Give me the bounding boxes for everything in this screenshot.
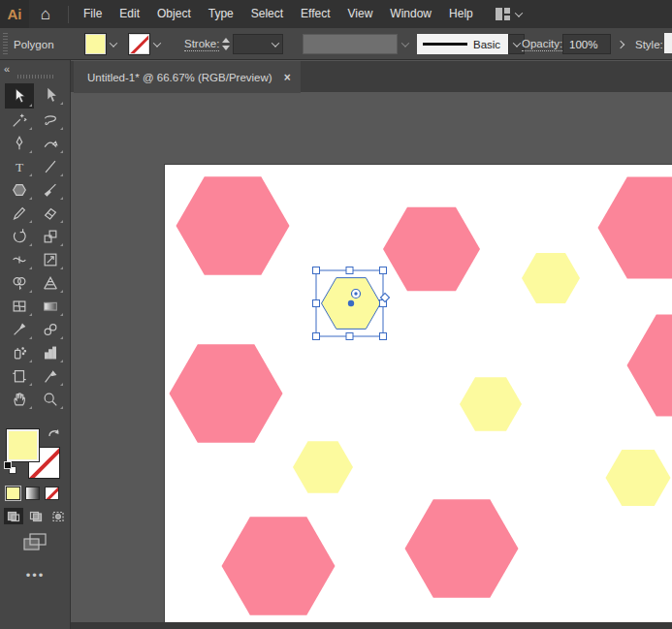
opacity-label[interactable]: Opacity: — [522, 38, 562, 51]
toolbar: « T — [0, 60, 71, 629]
opacity-expand-button[interactable] — [618, 28, 624, 60]
hexagon-shape[interactable] — [598, 177, 672, 279]
tool-free-transform[interactable] — [36, 248, 65, 271]
app-logo-icon[interactable]: Ai — [0, 0, 29, 28]
tool-curvature[interactable] — [36, 132, 65, 155]
selection-center-point[interactable] — [348, 300, 354, 306]
stroke-dropdown-button[interactable] — [149, 34, 165, 54]
selection-handle[interactable] — [313, 333, 320, 340]
hexagon-shape[interactable] — [606, 450, 671, 506]
tool-gradient[interactable] — [36, 295, 65, 318]
tool-perspective-grid[interactable] — [36, 271, 65, 295]
tool-column-graph[interactable] — [36, 341, 65, 364]
toolbar-grip[interactable] — [17, 75, 54, 79]
hexagon-shape[interactable] — [293, 441, 353, 493]
tool-paintbrush[interactable] — [36, 178, 65, 202]
menu-select[interactable]: Select — [242, 0, 292, 28]
canvas-viewport[interactable] — [71, 92, 672, 629]
tool-polygon-shape[interactable] — [5, 178, 34, 202]
tool-blend[interactable] — [36, 318, 65, 341]
tool-zoom[interactable] — [36, 388, 65, 411]
stroke-weight-combo[interactable] — [233, 34, 283, 54]
none-button[interactable] — [45, 487, 59, 500]
tool-shaper[interactable] — [5, 202, 34, 225]
menu-edit[interactable]: Edit — [111, 0, 148, 28]
hexagon-shape[interactable] — [383, 207, 480, 292]
hexagon-shape[interactable] — [176, 176, 290, 274]
tool-pen[interactable] — [5, 132, 34, 155]
tool-eraser[interactable] — [36, 202, 65, 225]
tool-line-segment[interactable] — [36, 155, 65, 178]
stroke-label[interactable]: Stroke: — [184, 38, 219, 51]
tool-rotate[interactable] — [5, 225, 34, 248]
stroke-color-control[interactable] — [129, 28, 165, 60]
tool-symbol-sprayer[interactable] — [5, 341, 34, 364]
step-down-icon[interactable] — [222, 46, 230, 50]
menu-type[interactable]: Type — [200, 0, 242, 28]
stroke-weight-stepper[interactable] — [222, 38, 230, 50]
default-colors-icon[interactable] — [4, 461, 16, 474]
tool-scale[interactable] — [36, 225, 65, 248]
artboard-svg[interactable] — [165, 165, 672, 622]
options-bar-grip[interactable] — [3, 33, 8, 55]
gradient-button[interactable] — [25, 487, 40, 500]
hexagon-shape[interactable] — [627, 315, 672, 417]
selection-handle[interactable] — [313, 300, 320, 307]
selection-handle[interactable] — [313, 267, 320, 274]
tool-hand[interactable] — [5, 388, 34, 411]
toolbar-collapse-button[interactable]: « — [4, 63, 9, 75]
tool-mesh[interactable] — [5, 295, 34, 318]
workspace-switcher[interactable] — [496, 8, 522, 20]
fill-dropdown-button[interactable] — [106, 34, 121, 54]
menu-window[interactable]: Window — [381, 0, 440, 28]
draw-normal-button[interactable] — [4, 508, 23, 524]
width-profile-combo[interactable]: Basic — [417, 34, 508, 54]
tool-magic-wand[interactable] — [5, 109, 34, 132]
style-dropdown-stub[interactable] — [664, 33, 672, 53]
menu-effect[interactable]: Effect — [292, 0, 338, 28]
menu-object[interactable]: Object — [148, 0, 200, 28]
tool-direct-selection[interactable] — [36, 83, 65, 107]
tool-selection[interactable] — [5, 83, 34, 109]
fill-color-swatch[interactable] — [85, 34, 106, 54]
tool-artboard[interactable] — [5, 364, 34, 388]
hexagon-shape[interactable] — [222, 517, 336, 614]
tool-eyedropper[interactable] — [5, 318, 34, 341]
menu-help[interactable]: Help — [440, 0, 482, 28]
tool-shape-builder[interactable] — [5, 271, 34, 295]
brush-dropdown-button[interactable] — [398, 34, 413, 54]
fill-color-control[interactable] — [85, 28, 121, 60]
tool-width[interactable] — [5, 248, 34, 271]
color-button[interactable] — [6, 487, 20, 500]
brush-preview-box[interactable] — [303, 34, 398, 54]
opacity-input[interactable]: 100% — [562, 34, 611, 54]
home-icon[interactable]: ⌂ — [29, 0, 62, 28]
selection-handle[interactable] — [380, 333, 387, 340]
hexagon-shape[interactable] — [522, 253, 580, 303]
draw-inside-button[interactable] — [48, 508, 68, 524]
close-icon[interactable]: × — [284, 71, 291, 84]
fill-color-indicator[interactable] — [7, 429, 39, 461]
tool-lasso[interactable] — [36, 109, 65, 132]
document-tab[interactable]: Untitled-1* @ 66.67% (RGB/Preview) × — [74, 61, 301, 93]
selection-handle[interactable] — [346, 267, 353, 274]
step-up-icon[interactable] — [222, 38, 230, 43]
selection-handle[interactable] — [346, 333, 353, 340]
swap-fill-stroke-icon[interactable] — [47, 426, 62, 440]
change-screen-mode-button[interactable] — [21, 531, 48, 552]
hexagon-shape[interactable] — [460, 377, 522, 430]
edit-toolbar-button[interactable]: ••• — [0, 568, 71, 582]
scrollbar-strip[interactable] — [71, 622, 672, 629]
tool-type[interactable]: T — [5, 155, 34, 178]
menu-file[interactable]: File — [75, 0, 111, 28]
artboard[interactable] — [165, 165, 672, 622]
draw-behind-button[interactable] — [26, 508, 46, 524]
menubar-divider — [68, 6, 69, 23]
selection-handle[interactable] — [380, 267, 387, 274]
draw-behind-icon — [29, 511, 43, 522]
menu-view[interactable]: View — [339, 0, 382, 28]
hexagon-shape[interactable] — [170, 344, 283, 442]
tool-slice[interactable] — [36, 364, 65, 388]
stroke-none-swatch[interactable] — [129, 34, 149, 54]
hexagon-shape[interactable] — [405, 499, 519, 597]
